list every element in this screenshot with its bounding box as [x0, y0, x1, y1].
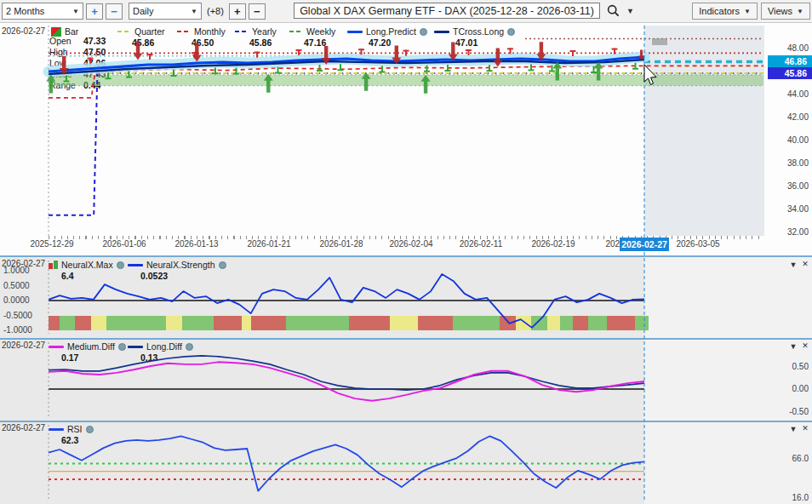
range-select-value: 2 Months	[6, 6, 44, 16]
panel-collapse-button[interactable]: ▼	[788, 424, 798, 434]
overlay-layer: 46.8645.862026-02-27▼✕▼✕▼✕	[0, 0, 812, 504]
chevron-down-icon: ▼	[744, 8, 751, 15]
app-window: 2026-02-27BarQuarter45.86Monthly46.50Yea…	[0, 0, 812, 504]
panel-separator	[0, 421, 812, 422]
search-caret-icon[interactable]: ▼	[626, 7, 634, 15]
panel-separator	[0, 338, 812, 340]
bars-increase-button[interactable]: +	[229, 3, 246, 20]
chevron-down-icon: ▼	[797, 8, 803, 15]
panel-collapse-button[interactable]: ▼	[788, 341, 798, 352]
chevron-down-icon: ▼	[191, 8, 197, 15]
panel-close-button[interactable]: ✕	[800, 423, 810, 433]
panel-separator	[0, 255, 812, 257]
bars-decrease-button[interactable]: −	[249, 3, 266, 20]
period-select[interactable]: Daily ▼	[129, 3, 202, 20]
panel-close-button[interactable]: ✕	[800, 341, 810, 351]
symbol-title-box[interactable]: Global X DAX Germany ETF - DAX (2025-12-…	[294, 3, 600, 19]
range-increase-button[interactable]: +	[86, 3, 103, 20]
views-button[interactable]: Views▼	[761, 3, 810, 20]
crosshair-date-box: 2026-02-27	[620, 238, 669, 251]
search-icon[interactable]	[607, 4, 620, 17]
range-decrease-button[interactable]: −	[106, 3, 123, 20]
offset-label: (+8)	[207, 6, 224, 16]
panel-collapse-button[interactable]: ▼	[788, 260, 798, 270]
panel-close-button[interactable]: ✕	[800, 259, 810, 269]
y-axis-price-tag: 45.86	[768, 67, 812, 79]
period-select-value: Daily	[133, 6, 153, 16]
chevron-down-icon: ▼	[72, 8, 79, 15]
y-axis-price-tag: 46.86	[768, 55, 812, 67]
indicators-button[interactable]: Indicators▼	[692, 3, 758, 20]
symbol-title: Global X DAX Germany ETF - DAX (2025-12-…	[300, 5, 594, 17]
toolbar: 2 Months ▼ + − Daily ▼ (+8) + − Global X…	[0, 0, 812, 23]
range-select[interactable]: 2 Months ▼	[2, 3, 83, 20]
